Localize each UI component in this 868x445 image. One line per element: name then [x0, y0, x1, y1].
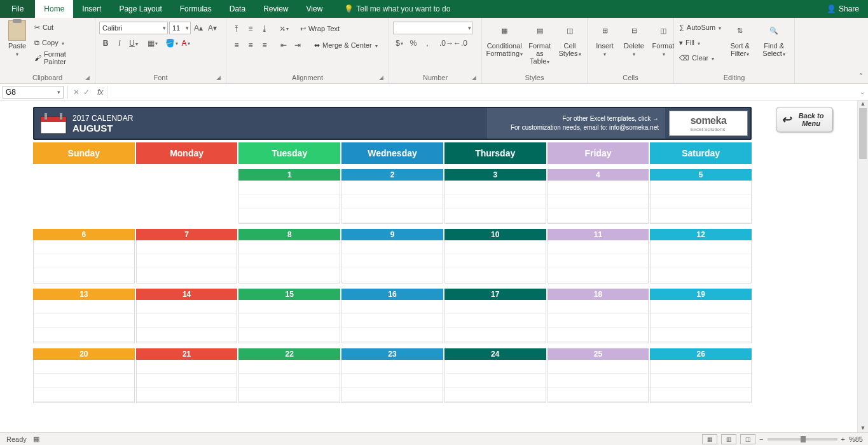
font-size-combo[interactable]: 11 [169, 22, 191, 34]
expand-formula-bar[interactable]: ⌄ [857, 88, 868, 95]
calendar-cell[interactable]: 16 [341, 289, 443, 343]
calendar-cell[interactable]: 23 [341, 348, 443, 403]
day-body[interactable] [341, 181, 443, 224]
clear-button[interactable]: ⌫Clear [678, 51, 722, 65]
day-body[interactable] [650, 300, 752, 343]
calendar-cell[interactable]: 21 [136, 348, 238, 403]
day-body[interactable] [650, 240, 752, 284]
formula-input[interactable] [107, 86, 857, 99]
day-body[interactable] [136, 300, 238, 343]
day-body[interactable] [650, 181, 752, 224]
number-format-combo[interactable] [393, 22, 473, 34]
tab-home[interactable]: Home [35, 0, 73, 18]
calendar-cell[interactable]: 5 [650, 169, 752, 224]
bold-button[interactable]: B [99, 37, 112, 50]
tab-review[interactable]: Review [254, 0, 297, 18]
day-body[interactable] [444, 360, 546, 403]
format-painter-button[interactable]: 🖌Format Painter [33, 51, 91, 65]
day-body[interactable] [548, 181, 649, 224]
align-bottom[interactable]: ⭳ [258, 22, 271, 35]
decrease-decimal[interactable]: ←.0 [454, 37, 467, 50]
name-box[interactable]: G8 [3, 86, 64, 99]
day-body[interactable] [444, 240, 546, 284]
day-body[interactable] [650, 360, 752, 403]
day-body[interactable] [33, 240, 135, 284]
calendar-cell[interactable]: 17 [444, 289, 546, 343]
day-body[interactable] [33, 181, 135, 224]
calendar-cell[interactable]: 6 [33, 229, 135, 284]
calendar-cell[interactable]: 3 [444, 169, 546, 224]
calendar-cell[interactable]: 12 [650, 229, 752, 284]
someka-logo[interactable]: somekaExcel Solutions [669, 111, 748, 136]
format-as-table[interactable]: ▤Format as Table [525, 19, 554, 67]
borders-button[interactable]: ▦ [146, 37, 159, 50]
autosum-button[interactable]: ∑AutoSum [678, 20, 722, 34]
align-right[interactable]: ≡ [258, 39, 271, 51]
day-body[interactable] [341, 240, 443, 284]
paste-button[interactable]: Paste [4, 19, 31, 60]
number-launcher[interactable]: ◢ [470, 74, 478, 82]
calendar-cell[interactable]: 2 [341, 169, 443, 224]
zoom-out[interactable]: − [759, 435, 763, 443]
collapse-ribbon[interactable]: ˄ [859, 72, 863, 81]
calendar-cell[interactable]: 20 [33, 348, 135, 403]
view-normal[interactable]: ▦ [702, 434, 717, 444]
view-page-break[interactable]: ◫ [740, 434, 755, 444]
increase-decimal[interactable]: .0→ [440, 37, 453, 50]
scroll-up[interactable]: ▲ [858, 100, 868, 108]
align-left[interactable]: ≡ [230, 39, 243, 51]
comma-format[interactable]: , [421, 37, 434, 50]
day-body[interactable] [238, 360, 340, 403]
wrap-text-button[interactable]: ↩Wrap Text [299, 22, 341, 36]
cancel-formula-icon[interactable]: ✕ [73, 88, 79, 97]
macro-icon[interactable]: ▦ [33, 435, 39, 443]
fill-button[interactable]: ▾Fill [678, 36, 722, 50]
calendar-cell[interactable]: 13 [33, 289, 135, 343]
shrink-font-button[interactable]: A▾ [206, 22, 219, 34]
calendar-cell[interactable]: 8 [238, 229, 340, 284]
share-button[interactable]: 👤Share [818, 0, 868, 18]
calendar-cell[interactable]: 19 [650, 289, 752, 343]
day-body[interactable] [238, 181, 340, 224]
alignment-launcher[interactable]: ◢ [377, 74, 385, 82]
calendar-cell[interactable]: 1 [238, 169, 340, 224]
day-body[interactable] [136, 360, 238, 403]
fill-color-button[interactable]: 🪣 [165, 37, 178, 50]
delete-cells[interactable]: ⊟Delete [621, 19, 647, 60]
tell-me[interactable]: 💡Tell me what you want to do [335, 0, 459, 18]
day-body[interactable] [548, 360, 649, 403]
day-body[interactable] [444, 300, 546, 343]
cell-styles[interactable]: ◫Cell Styles [556, 19, 583, 60]
day-body[interactable] [341, 300, 443, 343]
font-color-button[interactable]: A [179, 37, 192, 50]
vertical-scrollbar[interactable]: ▲ ▼ [857, 100, 868, 432]
day-body[interactable] [33, 360, 135, 403]
accounting-format[interactable]: $ [393, 37, 406, 50]
copy-button[interactable]: ⧉Copy [33, 36, 91, 50]
tab-file[interactable]: File [0, 0, 35, 18]
day-body[interactable] [136, 240, 238, 284]
align-center[interactable]: ≡ [244, 39, 257, 51]
zoom-in[interactable]: + [841, 435, 845, 443]
calendar-cell[interactable]: 14 [136, 289, 238, 343]
decrease-indent[interactable]: ⇤ [277, 39, 290, 51]
increase-indent[interactable]: ⇥ [291, 39, 304, 51]
calendar-cell[interactable] [33, 169, 135, 224]
conditional-formatting[interactable]: ▦Conditional Formatting [486, 19, 523, 60]
calendar-cell[interactable]: 18 [548, 289, 649, 343]
calendar-cell[interactable]: 22 [238, 348, 340, 403]
calendar-cell[interactable]: 25 [548, 348, 649, 403]
calendar-cell[interactable]: 4 [548, 169, 649, 224]
merge-center-button[interactable]: ⬌Merge & Center [313, 38, 379, 52]
tab-insert[interactable]: Insert [73, 0, 110, 18]
zoom-level[interactable]: %85 [849, 435, 863, 443]
day-body[interactable] [548, 240, 649, 284]
find-select[interactable]: 🔍Find & Select [757, 19, 790, 60]
tab-formulas[interactable]: Formulas [171, 0, 221, 18]
day-body[interactable] [444, 181, 546, 224]
calendar-cell[interactable]: 7 [136, 229, 238, 284]
align-top[interactable]: ⭱ [230, 22, 243, 35]
cut-button[interactable]: ✂Cut [33, 20, 91, 34]
day-body[interactable] [136, 181, 238, 224]
calendar-cell[interactable]: 26 [650, 348, 752, 403]
